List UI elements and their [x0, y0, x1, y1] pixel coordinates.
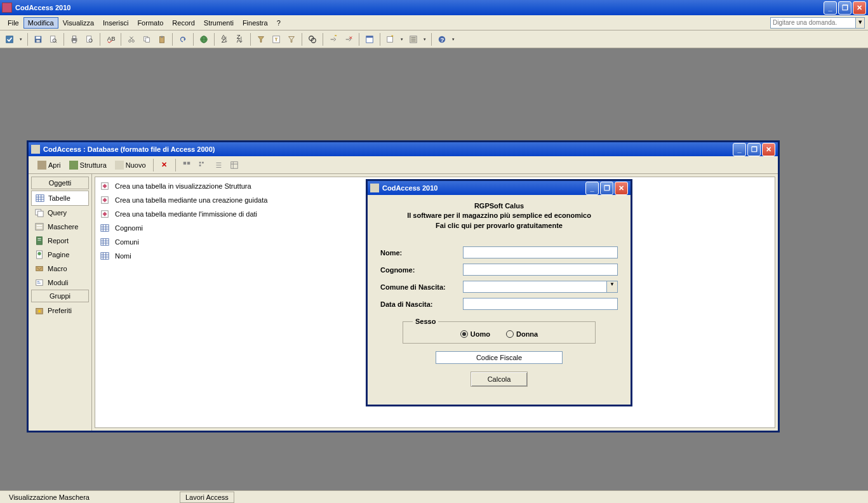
ad-banner[interactable]: RGPSoft Calus Il software per il magazzi…: [380, 201, 618, 231]
save-icon[interactable]: [32, 33, 44, 46]
filter-toggle-icon[interactable]: [285, 33, 298, 46]
nome-row: Nome:: [380, 246, 618, 258]
db-window-icon: [31, 145, 40, 154]
svg-rect-20: [161, 36, 163, 37]
menu-record[interactable]: Record: [168, 17, 199, 29]
menu-file[interactable]: File: [3, 17, 23, 29]
comune-input[interactable]: [463, 281, 607, 293]
copy-icon[interactable]: [140, 33, 153, 46]
donna-radio-item[interactable]: Donna: [506, 330, 538, 338]
svg-rect-9: [72, 40, 76, 43]
menu-help[interactable]: ?: [272, 17, 285, 29]
menu-formato[interactable]: Formato: [133, 17, 168, 29]
help-icon[interactable]: ?: [436, 33, 448, 46]
db-window-icon[interactable]: [363, 33, 376, 46]
details-icon[interactable]: [228, 159, 241, 171]
nome-input[interactable]: [463, 246, 618, 258]
main-toolbar: ▾ ABC AZ ZA * * ▾ ▾ ? ▾: [0, 30, 868, 48]
uomo-radio[interactable]: [460, 330, 468, 338]
cognome-input[interactable]: [463, 264, 618, 276]
calcola-button[interactable]: Calcola: [471, 372, 528, 387]
help-dropdown[interactable]: ▾: [451, 37, 456, 42]
sidebar-item-tabelle[interactable]: Tabelle: [31, 191, 89, 206]
menu-finestra[interactable]: Finestra: [238, 17, 272, 29]
view-dropdown[interactable]: ▾: [18, 37, 23, 42]
minimize-button[interactable]: _: [824, 1, 837, 15]
comune-combo: ▼: [463, 281, 618, 293]
menu-inserisci[interactable]: Inserisci: [98, 17, 133, 29]
small-icons-icon[interactable]: [196, 159, 209, 171]
large-icons-icon[interactable]: [180, 159, 193, 171]
list-item-label: Crea una tabella in visualizzazione Stru…: [115, 182, 251, 190]
autoform-dropdown[interactable]: ▾: [422, 37, 427, 42]
delete-record-icon[interactable]: [342, 33, 355, 46]
search-file-icon[interactable]: [47, 33, 60, 46]
help-search-input[interactable]: [770, 17, 856, 29]
sesso-legend: Sesso: [413, 318, 438, 325]
menu-modifica[interactable]: Modifica: [23, 17, 58, 29]
form-minimize-button[interactable]: _: [585, 182, 599, 195]
wizard-icon: [100, 181, 110, 191]
svg-rect-63: [37, 225, 43, 226]
undo-icon[interactable]: [177, 33, 189, 46]
sidebar-item-preferiti[interactable]: Preferiti: [31, 304, 89, 318]
sort-asc-icon[interactable]: AZ: [218, 33, 231, 46]
sidebar-item-maschere[interactable]: Maschere: [31, 220, 89, 234]
filter-selection-icon[interactable]: [255, 33, 267, 46]
find-icon[interactable]: [306, 33, 319, 46]
donna-radio[interactable]: [506, 330, 514, 338]
maximize-button[interactable]: ❐: [838, 1, 851, 15]
db-titlebar[interactable]: CodAccess : Database (formato file di Ac…: [29, 142, 778, 156]
db-open-button[interactable]: Apri: [35, 159, 63, 171]
print-preview-icon[interactable]: [83, 33, 96, 46]
db-maximize-button[interactable]: ❐: [747, 143, 761, 156]
comune-dropdown-button[interactable]: ▼: [607, 281, 618, 293]
wizard-icon: [100, 195, 110, 205]
hyperlink-icon[interactable]: [197, 33, 210, 46]
menu-visualizza[interactable]: Visualizza: [58, 17, 98, 29]
db-design-button[interactable]: Struttura: [67, 159, 109, 171]
db-minimize-button[interactable]: _: [733, 143, 746, 156]
print-icon[interactable]: [68, 33, 81, 46]
new-object-icon[interactable]: *: [384, 33, 397, 46]
menu-strumenti[interactable]: Strumenti: [199, 17, 238, 29]
sidebar-item-query[interactable]: Query: [31, 206, 89, 220]
svg-text:Z: Z: [222, 37, 225, 44]
window-controls: _ ❐ ✕: [824, 1, 866, 15]
sidebar-item-moduli[interactable]: Moduli: [31, 276, 89, 290]
list-item-label: Crea una tabella mediante una creazione …: [115, 196, 267, 204]
uomo-radio-item[interactable]: Uomo: [460, 330, 490, 338]
new-object-dropdown[interactable]: ▾: [399, 37, 404, 42]
filter-form-icon[interactable]: [270, 33, 283, 46]
list-item-label: Nomi: [115, 252, 131, 260]
form-maximize-button[interactable]: ❐: [600, 182, 613, 195]
new-record-icon[interactable]: *: [327, 33, 340, 46]
sidebar-item-report[interactable]: Report: [31, 234, 89, 248]
spellcheck-icon[interactable]: ABC: [104, 33, 117, 46]
svg-rect-55: [36, 195, 44, 202]
view-icon[interactable]: [3, 33, 16, 46]
data-input[interactable]: [463, 298, 618, 310]
cut-icon[interactable]: [125, 33, 138, 46]
help-search-dropdown[interactable]: ▾: [856, 17, 865, 29]
autoform-icon[interactable]: [407, 33, 420, 46]
svg-rect-35: [366, 36, 373, 37]
app-icon: [2, 3, 12, 13]
delete-icon[interactable]: ✕: [158, 159, 171, 171]
sidebar-item-macro[interactable]: Macro: [31, 262, 89, 276]
sidebar-item-pagine[interactable]: Pagine: [31, 248, 89, 262]
paste-icon[interactable]: [156, 33, 168, 46]
db-new-button[interactable]: Nuovo: [112, 159, 149, 171]
sort-desc-icon[interactable]: ZA: [234, 33, 246, 46]
form-close-button[interactable]: ✕: [615, 182, 628, 195]
close-button[interactable]: ✕: [853, 1, 866, 15]
status-task[interactable]: Lavori Access: [180, 492, 234, 503]
db-close-button[interactable]: ✕: [762, 143, 775, 156]
sesso-fieldset: Sesso Uomo Donna: [403, 318, 596, 344]
list-icon[interactable]: [212, 159, 225, 171]
comune-label: Comune di Nascita:: [380, 283, 463, 291]
form-titlebar[interactable]: CodAccess 2010 _ ❐ ✕: [368, 181, 631, 195]
cognome-row: Cognome:: [380, 264, 618, 276]
table-icon: [100, 223, 110, 233]
open-icon: [37, 161, 46, 170]
